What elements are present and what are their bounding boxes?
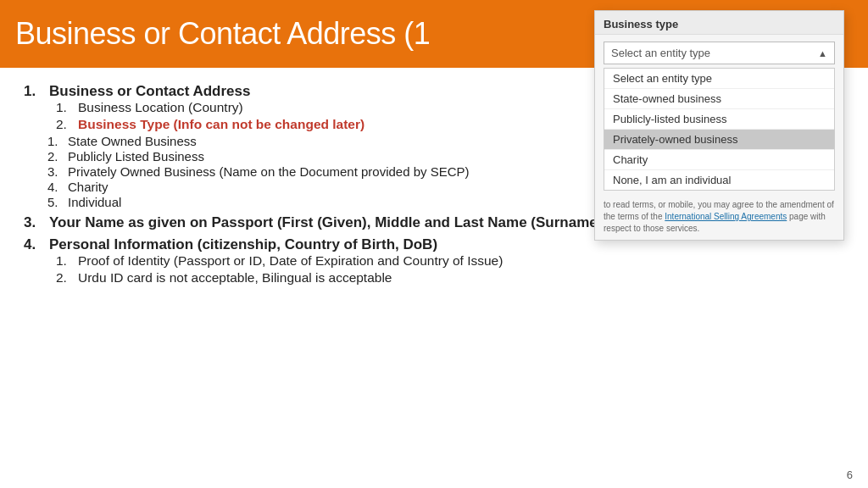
dropdown-select[interactable]: Select an entity type ▲ xyxy=(604,42,835,64)
subsub-num: 3. xyxy=(47,164,61,179)
item-num: 3. xyxy=(24,214,42,231)
list-item: 4. Personal Information (citizenship, Co… xyxy=(24,236,851,286)
dropdown-option[interactable]: Publicly-listed business xyxy=(604,109,834,130)
subsub-label: State Owned Business xyxy=(68,134,197,148)
subsub-num: 4. xyxy=(47,180,61,194)
dropdown-card: Business type Select an entity type ▲ Se… xyxy=(594,10,844,241)
chevron-down-icon: ▲ xyxy=(818,48,827,58)
sub-label: Urdu ID card is not acceptable, Bilingua… xyxy=(78,270,392,286)
subsub-label: Privately Owned Business (Name on the Do… xyxy=(68,164,470,179)
subsub-label: Individual xyxy=(68,195,121,209)
subsub-label: Publicly Listed Business xyxy=(68,149,204,164)
sub-num: 2. xyxy=(56,117,71,132)
item-num: 4. xyxy=(24,236,42,253)
footnote-link[interactable]: International Selling Agreements xyxy=(665,212,787,221)
dropdown-option[interactable]: None, I am an individual xyxy=(604,170,834,190)
dropdown-option[interactable]: Select an entity type xyxy=(604,69,834,89)
subsub-num: 2. xyxy=(47,149,61,164)
page-number: 6 xyxy=(847,469,853,481)
sub-label-highlight: Business Type (Info can not be changed l… xyxy=(78,117,364,132)
dropdown-option-highlighted[interactable]: Privately-owned business xyxy=(604,130,834,150)
item-label: Personal Information (citizenship, Count… xyxy=(49,236,437,253)
sub-num: 2. xyxy=(56,270,71,286)
item-label: Business or Contact Address xyxy=(49,83,250,100)
dropdown-section-label: Business type xyxy=(595,11,843,35)
item-num: 1. xyxy=(24,83,42,100)
list-item: 1. Proof of Identity (Passport or ID, Da… xyxy=(56,253,851,269)
item-label: Your Name as given on Passport (First (G… xyxy=(49,214,607,231)
dropdown-option[interactable]: Charity xyxy=(604,150,834,170)
sub-list: 1. Proof of Identity (Passport or ID, Da… xyxy=(56,253,851,286)
dropdown-option[interactable]: State-owned business xyxy=(604,89,834,109)
dropdown-footnote: to read terms, or mobile, you may agree … xyxy=(595,197,843,240)
subsub-num: 1. xyxy=(47,134,61,148)
sub-label: Business Location (Country) xyxy=(78,100,243,115)
subsub-num: 5. xyxy=(47,195,61,209)
sub-num: 1. xyxy=(56,253,71,269)
header-title: Business or Contact Address (1 xyxy=(15,16,430,52)
sub-num: 1. xyxy=(56,100,71,115)
list-item: 2. Urdu ID card is not acceptable, Bilin… xyxy=(56,270,851,286)
subsub-label: Charity xyxy=(68,180,108,194)
dropdown-options-list: Select an entity type State-owned busine… xyxy=(604,68,835,191)
sub-label: Proof of Identity (Passport or ID, Date … xyxy=(78,253,503,269)
dropdown-placeholder: Select an entity type xyxy=(611,47,710,59)
